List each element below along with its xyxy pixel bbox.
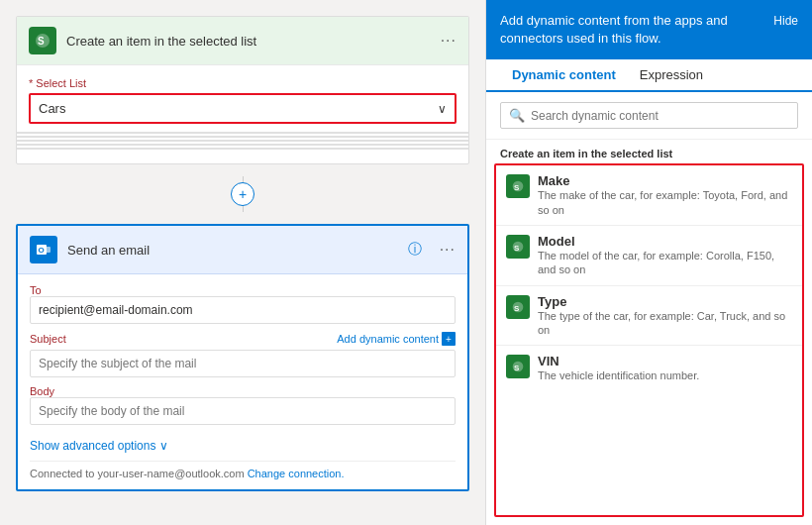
to-field: To bbox=[30, 284, 456, 324]
dynamic-item-model[interactable]: S Model The model of the car, for exampl… bbox=[496, 226, 802, 286]
section-label: Create an item in the selected list bbox=[486, 140, 812, 163]
item-icon-type: S bbox=[506, 295, 530, 319]
to-label: To bbox=[30, 284, 456, 296]
body-label: Body bbox=[30, 385, 456, 397]
svg-text:S: S bbox=[38, 36, 45, 47]
item-desc-type: The type of the car, for example: Car, T… bbox=[538, 309, 792, 338]
advanced-options-button[interactable]: Show advanced options ∨ bbox=[30, 433, 456, 457]
hide-button[interactable]: Hide bbox=[773, 14, 798, 28]
send-email-card: O Send an email ⓘ ··· To Subject Add dyn… bbox=[16, 224, 469, 491]
left-panel: S Create an item in the selected list ··… bbox=[0, 0, 485, 525]
subject-field: Subject Add dynamic content + bbox=[30, 332, 456, 377]
create-card-header: S Create an item in the selected list ··… bbox=[17, 17, 468, 65]
item-desc-vin: The vehicle identification number. bbox=[538, 368, 792, 382]
item-icon-vin: S bbox=[506, 355, 530, 378]
dynamic-header-text: Add dynamic content from the apps and co… bbox=[500, 12, 763, 48]
svg-rect-4 bbox=[45, 247, 51, 253]
item-title-type: Type bbox=[538, 294, 792, 309]
connection-info: Connected to your-user-name@outlook.com … bbox=[30, 461, 456, 479]
more-options-button[interactable]: ··· bbox=[441, 32, 457, 50]
create-card-title: Create an item in the selected list bbox=[66, 34, 431, 49]
subject-field-row: Subject Add dynamic content + bbox=[30, 332, 456, 346]
send-card-title: Send an email bbox=[67, 243, 398, 258]
item-icon-model: S bbox=[506, 235, 530, 259]
svg-text:S: S bbox=[514, 364, 520, 372]
select-list-dropdown[interactable]: Cars ∨ bbox=[29, 93, 457, 124]
change-connection-link[interactable]: Change connection. bbox=[248, 468, 345, 479]
dynamic-item-vin[interactable]: S VIN The vehicle identification number. bbox=[496, 346, 802, 390]
item-content-model: Model The model of the car, for example:… bbox=[538, 234, 792, 277]
svg-text:O: O bbox=[39, 246, 45, 255]
svg-text:S: S bbox=[514, 183, 520, 192]
svg-text:S: S bbox=[514, 303, 520, 312]
item-content-type: Type The type of the car, for example: C… bbox=[538, 294, 792, 338]
search-icon: 🔍 bbox=[509, 108, 525, 123]
tab-dynamic-content[interactable]: Dynamic content bbox=[500, 59, 628, 92]
dynamic-content-header: Add dynamic content from the apps and co… bbox=[486, 0, 812, 59]
tabs-bar: Dynamic content Expression bbox=[486, 59, 812, 92]
info-icon[interactable]: ⓘ bbox=[408, 241, 422, 259]
search-box: 🔍 bbox=[500, 102, 798, 129]
send-more-options-button[interactable]: ··· bbox=[440, 241, 456, 259]
item-title-model: Model bbox=[538, 234, 792, 249]
dynamic-items-list: S Make The make of the car, for example:… bbox=[494, 163, 804, 517]
add-dynamic-content-button[interactable]: Add dynamic content + bbox=[337, 332, 456, 346]
search-input[interactable] bbox=[531, 109, 789, 123]
item-title-make: Make bbox=[538, 173, 792, 188]
item-desc-make: The make of the car, for example: Toyota… bbox=[538, 188, 792, 217]
item-content-vin: VIN The vehicle identification number. bbox=[538, 354, 792, 382]
svg-text:S: S bbox=[514, 244, 520, 253]
send-card-header: O Send an email ⓘ ··· bbox=[18, 226, 467, 274]
to-input[interactable] bbox=[30, 296, 456, 324]
outlook-icon: O bbox=[30, 236, 57, 263]
dynamic-item-make[interactable]: S Make The make of the car, for example:… bbox=[496, 165, 802, 226]
add-dynamic-icon: + bbox=[442, 332, 456, 346]
tab-expression[interactable]: Expression bbox=[628, 59, 715, 92]
dynamic-item-type[interactable]: S Type The type of the car, for example:… bbox=[496, 286, 802, 347]
add-step-button[interactable]: + bbox=[231, 182, 254, 206]
subject-label: Subject bbox=[30, 333, 66, 345]
send-card-body: To Subject Add dynamic content + Body bbox=[18, 274, 467, 489]
create-card-body: Select List Cars ∨ bbox=[17, 65, 468, 163]
create-item-card: S Create an item in the selected list ··… bbox=[16, 16, 469, 164]
select-list-label: Select List bbox=[29, 77, 457, 89]
chevron-down-icon: ∨ bbox=[438, 102, 447, 116]
item-title-vin: VIN bbox=[538, 354, 792, 368]
item-desc-model: The model of the car, for example: Corol… bbox=[538, 249, 792, 277]
body-field: Body bbox=[30, 385, 456, 425]
chevron-down-icon: ∨ bbox=[159, 439, 168, 453]
search-wrapper: 🔍 bbox=[486, 92, 812, 140]
item-icon-make: S bbox=[506, 174, 530, 198]
select-list-field: Select List Cars ∨ bbox=[29, 77, 457, 124]
connector-area: + bbox=[16, 176, 469, 212]
divider bbox=[17, 132, 468, 152]
right-panel: Add dynamic content from the apps and co… bbox=[485, 0, 812, 525]
sharepoint-icon: S bbox=[29, 27, 56, 54]
item-content-make: Make The make of the car, for example: T… bbox=[538, 173, 792, 217]
body-input[interactable] bbox=[30, 397, 456, 425]
subject-input[interactable] bbox=[30, 350, 456, 377]
